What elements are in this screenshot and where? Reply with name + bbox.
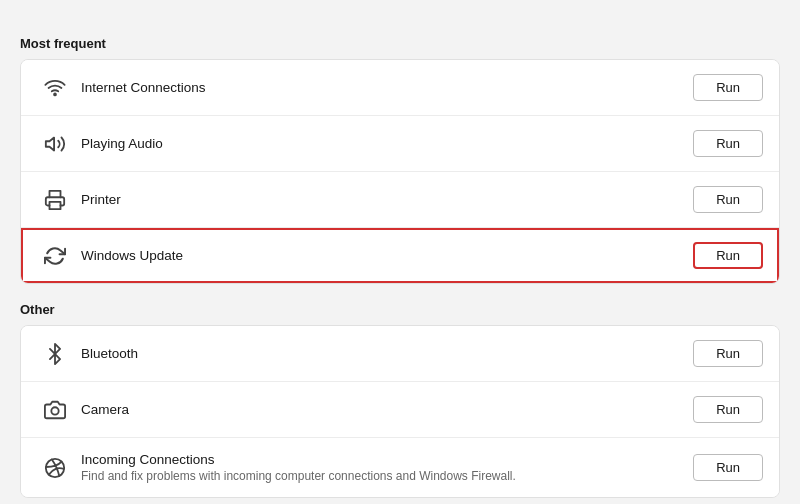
section-1: OtherBluetoothRunCameraRunIncoming Conne… <box>20 302 780 498</box>
item-title-windows-update: Windows Update <box>81 248 693 263</box>
svg-point-3 <box>51 407 58 414</box>
run-button-printer[interactable]: Run <box>693 186 763 213</box>
section-label-0: Most frequent <box>20 36 780 51</box>
item-title-internet-connections: Internet Connections <box>81 80 693 95</box>
printer-icon <box>37 189 73 211</box>
update-icon <box>37 245 73 267</box>
row-windows-update: Windows UpdateRun <box>21 228 779 283</box>
item-desc-incoming-connections: Find and fix problems with incoming comp… <box>81 469 693 483</box>
row-printer: PrinterRun <box>21 172 779 228</box>
item-title-printer: Printer <box>81 192 693 207</box>
run-button-incoming-connections[interactable]: Run <box>693 454 763 481</box>
content-area: Most frequentInternet ConnectionsRunPlay… <box>0 20 800 504</box>
run-button-playing-audio[interactable]: Run <box>693 130 763 157</box>
row-playing-audio: Playing AudioRun <box>21 116 779 172</box>
card-list-0: Internet ConnectionsRunPlaying AudioRunP… <box>20 59 780 284</box>
row-bluetooth: BluetoothRun <box>21 326 779 382</box>
item-title-camera: Camera <box>81 402 693 417</box>
bluetooth-icon <box>37 343 73 365</box>
item-info-playing-audio: Playing Audio <box>73 136 693 151</box>
run-button-internet-connections[interactable]: Run <box>693 74 763 101</box>
item-info-printer: Printer <box>73 192 693 207</box>
item-info-incoming-connections: Incoming ConnectionsFind and fix problem… <box>73 452 693 483</box>
run-button-camera[interactable]: Run <box>693 396 763 423</box>
item-title-incoming-connections: Incoming Connections <box>81 452 693 467</box>
item-info-internet-connections: Internet Connections <box>73 80 693 95</box>
breadcrumb <box>0 0 800 20</box>
svg-marker-1 <box>46 137 54 150</box>
camera-icon <box>37 399 73 421</box>
row-camera: CameraRun <box>21 382 779 438</box>
item-info-camera: Camera <box>73 402 693 417</box>
run-button-windows-update[interactable]: Run <box>693 242 763 269</box>
section-label-1: Other <box>20 302 780 317</box>
item-title-playing-audio: Playing Audio <box>81 136 693 151</box>
wifi-icon <box>37 77 73 99</box>
run-button-bluetooth[interactable]: Run <box>693 340 763 367</box>
page: Most frequentInternet ConnectionsRunPlay… <box>0 0 800 504</box>
svg-rect-2 <box>50 201 61 208</box>
card-list-1: BluetoothRunCameraRunIncoming Connection… <box>20 325 780 498</box>
item-info-windows-update: Windows Update <box>73 248 693 263</box>
section-0: Most frequentInternet ConnectionsRunPlay… <box>20 36 780 284</box>
row-incoming-connections: Incoming ConnectionsFind and fix problem… <box>21 438 779 497</box>
item-info-bluetooth: Bluetooth <box>73 346 693 361</box>
incoming-icon <box>37 457 73 479</box>
row-internet-connections: Internet ConnectionsRun <box>21 60 779 116</box>
item-title-bluetooth: Bluetooth <box>81 346 693 361</box>
audio-icon <box>37 133 73 155</box>
svg-point-0 <box>54 93 56 95</box>
